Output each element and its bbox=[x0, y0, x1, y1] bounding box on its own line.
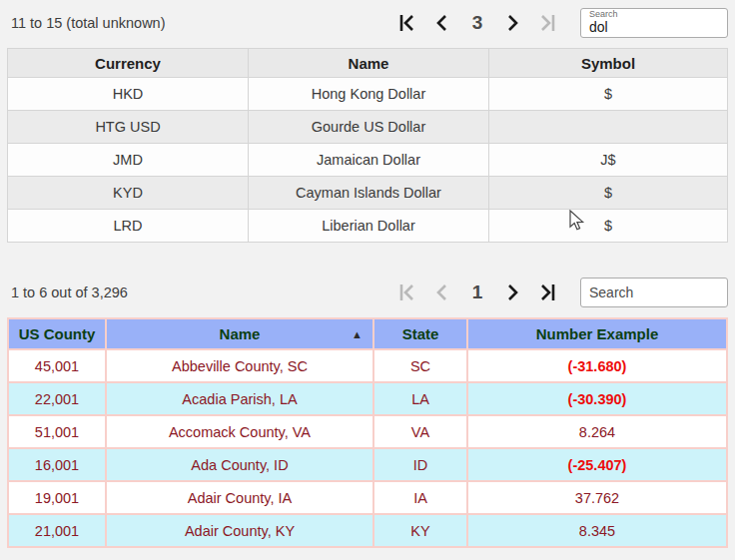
table-row[interactable]: 51,001 Accomack County, VA VA 8.264 bbox=[8, 415, 727, 448]
county-search-box bbox=[580, 278, 728, 307]
currency-header-row: Currency Name Symbol bbox=[8, 49, 728, 78]
cell-state: SC bbox=[373, 349, 467, 382]
column-header-us-county[interactable]: US County bbox=[8, 318, 106, 349]
first-page-icon bbox=[396, 12, 418, 34]
table-row[interactable]: 45,001 Abbeville County, SC SC (-31.680) bbox=[8, 349, 727, 382]
cell-number-example: (-31.680) bbox=[467, 349, 727, 382]
table-row[interactable]: HKD Hong Kong Dollar $ bbox=[8, 78, 728, 111]
currency-panel: 11 to 15 (total unknown) 3 Search Cur bbox=[0, 0, 735, 46]
cell-us-county: 51,001 bbox=[8, 415, 106, 448]
cell-symbol: $ bbox=[489, 78, 728, 111]
table-row[interactable]: 19,001 Adair County, IA IA 37.762 bbox=[8, 481, 727, 514]
cell-number-example: 37.762 bbox=[467, 481, 727, 514]
cell-us-county: 16,001 bbox=[8, 448, 106, 481]
column-header-name[interactable]: Name ▲ bbox=[106, 318, 373, 349]
cell-symbol: J$ bbox=[489, 144, 728, 177]
cell-name: Accomack County, VA bbox=[106, 415, 373, 448]
cell-name: Acadia Parish, LA bbox=[106, 382, 373, 415]
column-header-symbol[interactable]: Symbol bbox=[489, 49, 728, 78]
county-header-row: US County Name ▲ State Number Example bbox=[8, 318, 727, 349]
prev-page-button[interactable] bbox=[428, 12, 454, 34]
cell-currency: LRD bbox=[8, 210, 249, 243]
cell-currency: HTG USD bbox=[8, 111, 249, 144]
next-page-icon bbox=[504, 12, 522, 34]
county-search-input[interactable] bbox=[581, 279, 727, 306]
current-page-number: 3 bbox=[460, 12, 494, 34]
cell-name: Ada County, ID bbox=[106, 448, 373, 481]
cell-us-county: 19,001 bbox=[8, 481, 106, 514]
cell-us-county: 21,001 bbox=[8, 514, 106, 547]
column-header-name-label: Name bbox=[220, 325, 261, 342]
cell-number-example: (-25.407) bbox=[467, 448, 727, 481]
search-label: Search bbox=[588, 9, 619, 19]
cell-number-example: 8.264 bbox=[467, 415, 727, 448]
cell-us-county: 45,001 bbox=[8, 349, 106, 382]
current-page-number: 1 bbox=[460, 281, 494, 303]
table-row[interactable]: 21,001 Adair County, KY KY 8.345 bbox=[8, 514, 727, 547]
sort-ascending-icon: ▲ bbox=[352, 328, 363, 340]
cell-currency: KYD bbox=[8, 177, 249, 210]
next-page-button[interactable] bbox=[500, 12, 526, 34]
next-page-icon bbox=[504, 281, 522, 303]
cell-name: Abbeville County, SC bbox=[106, 349, 373, 382]
cell-state: KY bbox=[373, 514, 467, 547]
table-row[interactable]: LRD Liberian Dollar $ bbox=[8, 210, 728, 243]
cell-state: VA bbox=[373, 415, 467, 448]
cell-name: Adair County, KY bbox=[106, 514, 373, 547]
currency-pager: 3 bbox=[392, 12, 562, 34]
cell-symbol bbox=[489, 111, 728, 144]
table-row[interactable]: KYD Cayman Islands Dollar $ bbox=[8, 177, 728, 210]
table-row[interactable]: JMD Jamaican Dollar J$ bbox=[8, 144, 728, 177]
county-toolbar: 1 to 6 out of 3,296 1 bbox=[0, 270, 735, 315]
column-header-currency[interactable]: Currency bbox=[8, 49, 249, 78]
cell-state: ID bbox=[373, 448, 467, 481]
table-row[interactable]: 16,001 Ada County, ID ID (-25.407) bbox=[8, 448, 727, 481]
last-page-icon bbox=[536, 281, 558, 303]
cell-currency: HKD bbox=[8, 78, 249, 111]
cell-number-example: (-30.390) bbox=[467, 382, 727, 415]
county-status-text: 1 to 6 out of 3,296 bbox=[7, 284, 392, 300]
last-page-icon bbox=[536, 12, 558, 34]
cell-currency: JMD bbox=[8, 144, 249, 177]
last-page-button[interactable] bbox=[532, 12, 562, 34]
currency-table: Currency Name Symbol HKD Hong Kong Dolla… bbox=[7, 48, 728, 243]
cell-name: Hong Kong Dollar bbox=[249, 78, 489, 111]
column-header-number-example[interactable]: Number Example bbox=[467, 318, 727, 349]
cell-name: Cayman Islands Dollar bbox=[249, 177, 489, 210]
currency-status-text: 11 to 15 (total unknown) bbox=[7, 15, 392, 31]
cell-symbol: $ bbox=[489, 177, 728, 210]
county-table: US County Name ▲ State Number Example 45… bbox=[7, 317, 728, 548]
last-page-button[interactable] bbox=[532, 281, 562, 303]
county-pager: 1 bbox=[392, 281, 562, 303]
prev-page-button[interactable] bbox=[428, 281, 454, 303]
cell-name: Adair County, IA bbox=[106, 481, 373, 514]
prev-page-icon bbox=[432, 281, 450, 303]
currency-toolbar: 11 to 15 (total unknown) 3 Search bbox=[0, 0, 735, 46]
first-page-button[interactable] bbox=[392, 12, 422, 34]
cell-state: IA bbox=[373, 481, 467, 514]
table-row[interactable]: 22,001 Acadia Parish, LA LA (-30.390) bbox=[8, 382, 727, 415]
cell-us-county: 22,001 bbox=[8, 382, 106, 415]
county-panel: 1 to 6 out of 3,296 1 US County bbox=[0, 270, 735, 315]
cell-name: Gourde US Dollar bbox=[249, 111, 489, 144]
first-page-icon bbox=[396, 281, 418, 303]
currency-search-box: Search bbox=[580, 8, 728, 38]
cell-name: Jamaican Dollar bbox=[249, 144, 489, 177]
column-header-name[interactable]: Name bbox=[249, 49, 489, 78]
table-row[interactable]: HTG USD Gourde US Dollar bbox=[8, 111, 728, 144]
first-page-button[interactable] bbox=[392, 281, 422, 303]
prev-page-icon bbox=[432, 12, 450, 34]
column-header-state[interactable]: State bbox=[373, 318, 467, 349]
cell-state: LA bbox=[373, 382, 467, 415]
next-page-button[interactable] bbox=[500, 281, 526, 303]
cell-symbol: $ bbox=[489, 210, 728, 243]
cell-name: Liberian Dollar bbox=[249, 210, 489, 243]
cell-number-example: 8.345 bbox=[467, 514, 727, 547]
